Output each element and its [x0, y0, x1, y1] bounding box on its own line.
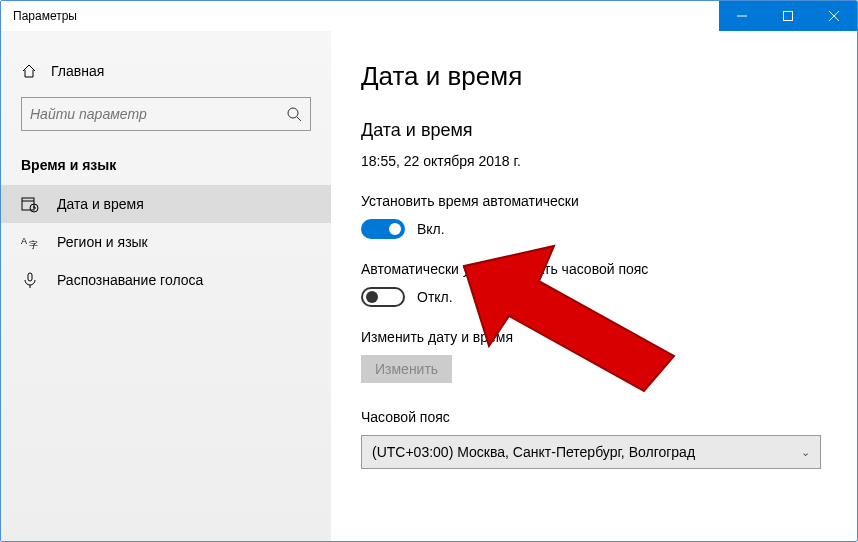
- svg-rect-1: [784, 12, 793, 21]
- minimize-button[interactable]: [719, 1, 765, 31]
- home-nav[interactable]: Главная: [1, 55, 331, 87]
- maximize-button[interactable]: [765, 1, 811, 31]
- home-icon: [21, 63, 37, 79]
- svg-text:字: 字: [29, 240, 38, 250]
- language-icon: A 字: [21, 233, 39, 251]
- sidebar: Главная Время и язык: [1, 31, 331, 541]
- timezone-value: (UTC+03:00) Москва, Санкт-Петербург, Вол…: [372, 444, 695, 460]
- auto-tz-toggle[interactable]: [361, 287, 405, 307]
- main-panel: Дата и время Дата и время 18:55, 22 октя…: [331, 31, 857, 541]
- auto-time-toggle[interactable]: [361, 219, 405, 239]
- sidebar-item-label: Распознавание голоса: [57, 272, 203, 288]
- sidebar-category: Время и язык: [1, 149, 331, 185]
- svg-rect-13: [28, 273, 32, 281]
- section-title: Дата и время: [361, 120, 827, 141]
- window-controls: [719, 1, 857, 31]
- home-label: Главная: [51, 63, 104, 79]
- search-field[interactable]: [30, 106, 286, 122]
- sidebar-item-label: Регион и язык: [57, 234, 148, 250]
- timezone-dropdown[interactable]: (UTC+03:00) Москва, Санкт-Петербург, Вол…: [361, 435, 821, 469]
- svg-point-4: [288, 108, 298, 118]
- auto-tz-state: Откл.: [417, 289, 453, 305]
- page-title: Дата и время: [361, 61, 827, 92]
- microphone-icon: [21, 271, 39, 289]
- svg-text:A: A: [21, 236, 27, 246]
- sidebar-item-date-time[interactable]: Дата и время: [1, 185, 331, 223]
- auto-time-state: Вкл.: [417, 221, 445, 237]
- titlebar: Параметры: [1, 1, 857, 31]
- auto-time-label: Установить время автоматически: [361, 193, 827, 209]
- sidebar-item-speech[interactable]: Распознавание голоса: [1, 261, 331, 299]
- change-datetime-label: Изменить дату и время: [361, 329, 827, 345]
- sidebar-item-region-language[interactable]: A 字 Регион и язык: [1, 223, 331, 261]
- settings-window: Параметры Главная: [0, 0, 858, 542]
- current-datetime: 18:55, 22 октября 2018 г.: [361, 153, 827, 169]
- search-icon: [286, 106, 302, 122]
- sidebar-item-label: Дата и время: [57, 196, 144, 212]
- timezone-label: Часовой пояс: [361, 409, 827, 425]
- svg-line-5: [297, 117, 301, 121]
- auto-tz-label: Автоматически устанавливать часовой пояс: [361, 261, 827, 277]
- close-button[interactable]: [811, 1, 857, 31]
- search-input[interactable]: [21, 97, 311, 131]
- window-title: Параметры: [13, 9, 77, 23]
- chevron-down-icon: ⌄: [801, 446, 810, 459]
- calendar-clock-icon: [21, 195, 39, 213]
- change-datetime-button: Изменить: [361, 355, 452, 383]
